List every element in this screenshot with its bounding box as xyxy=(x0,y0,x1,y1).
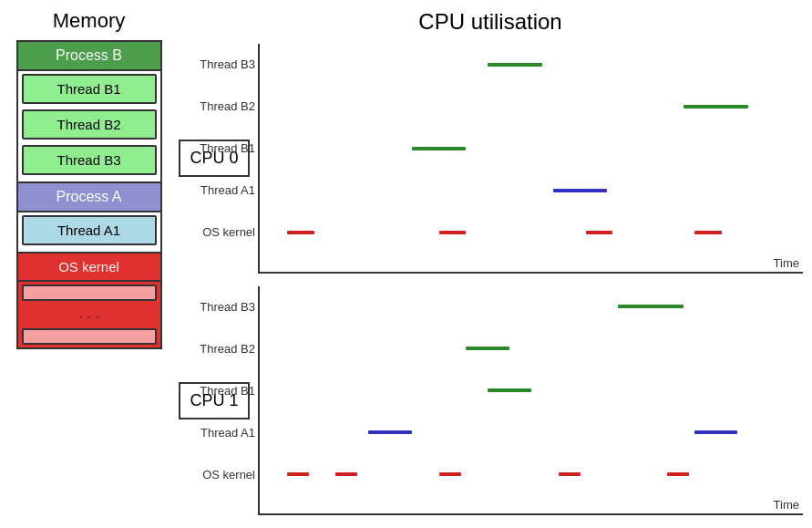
thread-rows-0: Thread B3Thread B2Thread B1Thread A1OS k… xyxy=(260,44,803,254)
process-b-header: Process B xyxy=(18,42,160,71)
thread-row-label-1-0: Thread B3 xyxy=(164,300,255,314)
thread-row-0-2: Thread B1 xyxy=(260,128,803,170)
os-kernel-header: OS kernel xyxy=(18,254,160,282)
segment-0-4-3 xyxy=(694,231,722,234)
segment-0-4-2 xyxy=(586,231,613,234)
segment-0-4-0 xyxy=(287,231,314,234)
segment-0-2-0 xyxy=(412,147,467,150)
thread-row-label-0-1: Thread B2 xyxy=(164,99,255,113)
thread-row-1-0: Thread B3 xyxy=(260,286,803,328)
thread-row-label-1-2: Thread B1 xyxy=(164,384,255,398)
thread-row-label-0-2: Thread B1 xyxy=(164,141,255,155)
thread-row-1-3: Thread A1 xyxy=(260,411,803,453)
segment-1-3-0 xyxy=(368,430,412,434)
segment-1-4-2 xyxy=(439,472,461,476)
os-dots: . . . xyxy=(18,304,160,326)
thread-row-label-0-0: Thread B3 xyxy=(164,57,255,71)
segment-1-4-4 xyxy=(667,472,689,476)
time-label-0: Time xyxy=(774,256,799,270)
cpu-panel-1: CPU 1Thread B3Thread B2Thread B1Thread A… xyxy=(178,286,803,516)
memory-title: Memory xyxy=(53,9,125,33)
os-bar-1 xyxy=(22,285,157,301)
segment-0-3-0 xyxy=(553,189,608,192)
thread-row-0-0: Thread B3 xyxy=(260,44,803,86)
os-kernel-section: OS kernel . . . xyxy=(18,252,160,347)
thread-row-label-1-4: OS kernel xyxy=(164,468,255,481)
thread-b3-block: Thread B3 xyxy=(22,145,157,175)
thread-row-0-4: OS kernel xyxy=(260,212,803,254)
thread-b2-block: Thread B2 xyxy=(22,109,157,140)
segment-1-4-3 xyxy=(559,472,581,476)
cpu-panel-0: CPU 0Thread B3Thread B2Thread B1Thread A… xyxy=(178,44,803,274)
thread-row-0-3: Thread A1 xyxy=(260,170,803,212)
thread-row-1-2: Thread B1 xyxy=(260,369,803,411)
os-bar-2 xyxy=(22,328,157,345)
segment-1-2-0 xyxy=(488,388,531,392)
time-label-1: Time xyxy=(774,498,799,512)
thread-b1-block: Thread B1 xyxy=(22,74,157,104)
segment-1-4-0 xyxy=(287,472,309,476)
segment-1-4-1 xyxy=(335,472,357,476)
segment-1-3-1 xyxy=(694,430,738,434)
thread-rows-1: Thread B3Thread B2Thread B1Thread A1OS k… xyxy=(260,286,803,496)
segment-0-0-0 xyxy=(488,63,542,67)
thread-a1-block: Thread A1 xyxy=(22,215,157,245)
thread-row-1-4: OS kernel xyxy=(260,453,803,495)
chart-area-0: Thread B3Thread B2Thread B1Thread A1OS k… xyxy=(258,44,803,274)
thread-row-0-1: Thread B2 xyxy=(260,86,803,128)
memory-stack: Process B Thread B1 Thread B2 Thread B3 … xyxy=(16,40,162,349)
thread-row-label-0-3: Thread A1 xyxy=(164,183,255,197)
cpu-section: CPU utilisation CPU 0Thread B3Thread B2T… xyxy=(178,0,812,528)
chart-area-1: Thread B3Thread B2Thread B1Thread A1OS k… xyxy=(258,286,803,516)
cpu-utilisation-title: CPU utilisation xyxy=(178,9,803,35)
segment-0-1-0 xyxy=(684,105,749,109)
thread-row-label-0-4: OS kernel xyxy=(164,225,255,239)
segment-1-1-0 xyxy=(466,347,509,350)
memory-section: Memory Process B Thread B1 Thread B2 Thr… xyxy=(0,0,178,528)
thread-row-1-1: Thread B2 xyxy=(260,327,803,369)
segment-0-4-1 xyxy=(439,231,467,234)
process-a-header: Process A xyxy=(18,181,160,212)
thread-row-label-1-3: Thread A1 xyxy=(164,426,255,440)
segment-1-0-0 xyxy=(618,305,684,308)
thread-row-label-1-1: Thread B2 xyxy=(164,342,255,356)
